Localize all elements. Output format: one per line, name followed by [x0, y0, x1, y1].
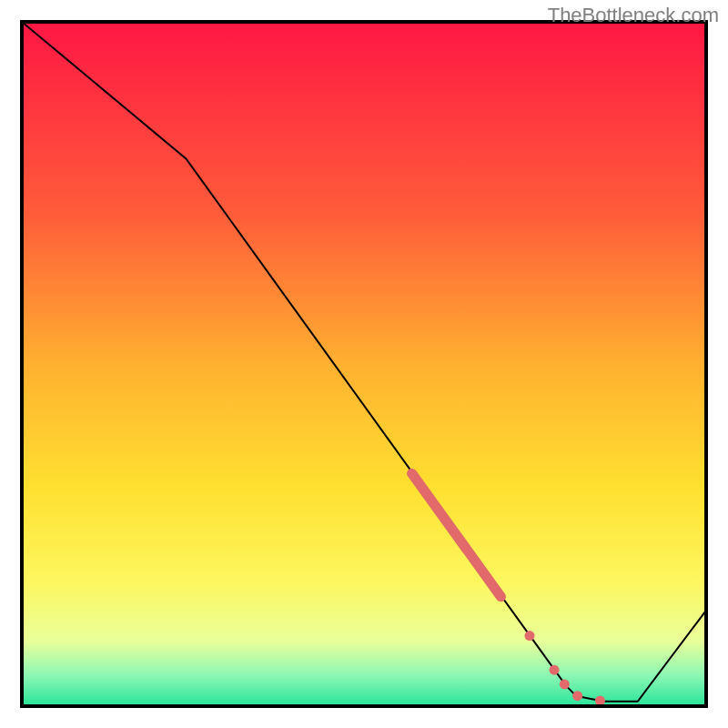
highlight-dot: [524, 631, 534, 641]
watermark-text: TheBottleneck.com: [548, 4, 719, 27]
chart-container: TheBottleneck.com: [0, 0, 728, 728]
gradient-background: [22, 22, 706, 706]
highlight-dot: [550, 665, 560, 675]
bottleneck-chart: [0, 0, 728, 728]
highlight-dot: [595, 695, 605, 705]
highlight-dot: [560, 679, 570, 689]
highlight-dot: [572, 691, 582, 701]
